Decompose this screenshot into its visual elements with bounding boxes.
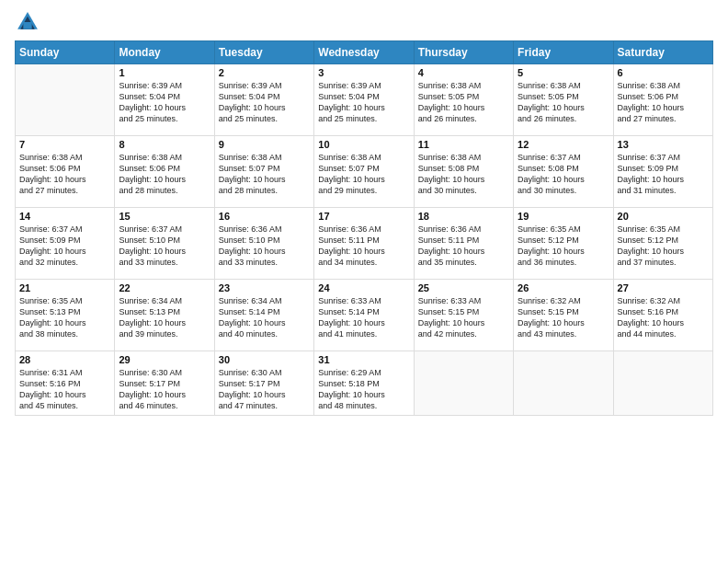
calendar-cell: 31Sunrise: 6:29 AM Sunset: 5:18 PM Dayli… (314, 351, 414, 416)
cell-info: Sunrise: 6:30 AM Sunset: 5:17 PM Dayligh… (219, 367, 310, 412)
calendar-cell (16, 64, 115, 136)
calendar-cell: 23Sunrise: 6:34 AM Sunset: 5:14 PM Dayli… (214, 280, 313, 351)
cell-info: Sunrise: 6:36 AM Sunset: 5:11 PM Dayligh… (418, 224, 509, 269)
day-number: 31 (318, 354, 409, 365)
calendar-cell: 24Sunrise: 6:33 AM Sunset: 5:14 PM Dayli… (314, 280, 414, 351)
day-number: 22 (119, 282, 210, 293)
day-number: 20 (618, 211, 709, 222)
calendar-row-5: 28Sunrise: 6:31 AM Sunset: 5:16 PM Dayli… (16, 351, 713, 416)
weekday-header-friday: Friday (514, 41, 613, 64)
weekday-header-sunday: Sunday (16, 41, 115, 64)
calendar-cell: 7Sunrise: 6:38 AM Sunset: 5:06 PM Daylig… (16, 136, 115, 208)
calendar-row-3: 14Sunrise: 6:37 AM Sunset: 5:09 PM Dayli… (16, 208, 713, 280)
weekday-header-saturday: Saturday (613, 41, 712, 64)
calendar-cell: 17Sunrise: 6:36 AM Sunset: 5:11 PM Dayli… (314, 208, 414, 280)
cell-info: Sunrise: 6:39 AM Sunset: 5:04 PM Dayligh… (219, 80, 310, 125)
day-number: 27 (618, 282, 709, 293)
day-number: 26 (518, 282, 609, 293)
cell-info: Sunrise: 6:37 AM Sunset: 5:10 PM Dayligh… (119, 224, 210, 269)
calendar-row-1: 1Sunrise: 6:39 AM Sunset: 5:04 PM Daylig… (16, 64, 713, 136)
cell-info: Sunrise: 6:34 AM Sunset: 5:14 PM Dayligh… (219, 295, 310, 340)
cell-info: Sunrise: 6:38 AM Sunset: 5:05 PM Dayligh… (518, 80, 609, 125)
cell-info: Sunrise: 6:31 AM Sunset: 5:16 PM Dayligh… (19, 367, 110, 412)
calendar-cell: 5Sunrise: 6:38 AM Sunset: 5:05 PM Daylig… (514, 64, 613, 136)
cell-info: Sunrise: 6:38 AM Sunset: 5:06 PM Dayligh… (19, 152, 110, 197)
calendar-cell (414, 351, 513, 416)
cell-info: Sunrise: 6:37 AM Sunset: 5:09 PM Dayligh… (618, 152, 709, 197)
cell-info: Sunrise: 6:33 AM Sunset: 5:14 PM Dayligh… (318, 295, 409, 340)
day-number: 5 (518, 67, 609, 78)
cell-info: Sunrise: 6:33 AM Sunset: 5:15 PM Dayligh… (418, 295, 509, 340)
cell-info: Sunrise: 6:38 AM Sunset: 5:08 PM Dayligh… (418, 152, 509, 197)
logo-icon (15, 9, 40, 35)
calendar-cell: 4Sunrise: 6:38 AM Sunset: 5:05 PM Daylig… (414, 64, 513, 136)
header (15, 9, 713, 35)
cell-info: Sunrise: 6:30 AM Sunset: 5:17 PM Dayligh… (119, 367, 210, 412)
cell-info: Sunrise: 6:35 AM Sunset: 5:12 PM Dayligh… (518, 224, 609, 269)
weekday-header-monday: Monday (115, 41, 214, 64)
calendar-cell: 30Sunrise: 6:30 AM Sunset: 5:17 PM Dayli… (214, 351, 313, 416)
day-number: 6 (618, 67, 709, 78)
day-number: 23 (219, 282, 310, 293)
calendar-cell: 18Sunrise: 6:36 AM Sunset: 5:11 PM Dayli… (414, 208, 513, 280)
day-number: 16 (219, 211, 310, 222)
weekday-header-wednesday: Wednesday (314, 41, 414, 64)
calendar-cell: 6Sunrise: 6:38 AM Sunset: 5:06 PM Daylig… (613, 64, 712, 136)
calendar-cell: 3Sunrise: 6:39 AM Sunset: 5:04 PM Daylig… (314, 64, 414, 136)
calendar-cell: 1Sunrise: 6:39 AM Sunset: 5:04 PM Daylig… (115, 64, 214, 136)
day-number: 4 (418, 67, 509, 78)
cell-info: Sunrise: 6:36 AM Sunset: 5:10 PM Dayligh… (219, 224, 310, 269)
calendar-cell: 26Sunrise: 6:32 AM Sunset: 5:15 PM Dayli… (514, 280, 613, 351)
cell-info: Sunrise: 6:38 AM Sunset: 5:07 PM Dayligh… (219, 152, 310, 197)
day-number: 30 (219, 354, 310, 365)
calendar-cell: 20Sunrise: 6:35 AM Sunset: 5:12 PM Dayli… (613, 208, 712, 280)
day-number: 3 (318, 67, 409, 78)
calendar-cell: 12Sunrise: 6:37 AM Sunset: 5:08 PM Dayli… (514, 136, 613, 208)
calendar-cell: 10Sunrise: 6:38 AM Sunset: 5:07 PM Dayli… (314, 136, 414, 208)
calendar-cell (514, 351, 613, 416)
day-number: 19 (518, 211, 609, 222)
day-number: 17 (318, 211, 409, 222)
calendar-cell: 16Sunrise: 6:36 AM Sunset: 5:10 PM Dayli… (214, 208, 313, 280)
calendar-cell: 21Sunrise: 6:35 AM Sunset: 5:13 PM Dayli… (16, 280, 115, 351)
cell-info: Sunrise: 6:38 AM Sunset: 5:06 PM Dayligh… (119, 152, 210, 197)
cell-info: Sunrise: 6:35 AM Sunset: 5:12 PM Dayligh… (618, 224, 709, 269)
cell-info: Sunrise: 6:32 AM Sunset: 5:16 PM Dayligh… (618, 295, 709, 340)
calendar-cell: 15Sunrise: 6:37 AM Sunset: 5:10 PM Dayli… (115, 208, 214, 280)
day-number: 18 (418, 211, 509, 222)
day-number: 12 (518, 139, 609, 150)
page: SundayMondayTuesdayWednesdayThursdayFrid… (0, 0, 728, 563)
cell-info: Sunrise: 6:38 AM Sunset: 5:05 PM Dayligh… (418, 80, 509, 125)
cell-info: Sunrise: 6:38 AM Sunset: 5:07 PM Dayligh… (318, 152, 409, 197)
calendar-cell (613, 351, 712, 416)
day-number: 7 (19, 139, 110, 150)
day-number: 10 (318, 139, 409, 150)
cell-info: Sunrise: 6:39 AM Sunset: 5:04 PM Dayligh… (119, 80, 210, 125)
day-number: 13 (618, 139, 709, 150)
day-number: 28 (19, 354, 110, 365)
day-number: 29 (119, 354, 210, 365)
calendar-cell: 22Sunrise: 6:34 AM Sunset: 5:13 PM Dayli… (115, 280, 214, 351)
day-number: 15 (119, 211, 210, 222)
cell-info: Sunrise: 6:32 AM Sunset: 5:15 PM Dayligh… (518, 295, 609, 340)
calendar-table: SundayMondayTuesdayWednesdayThursdayFrid… (15, 40, 713, 416)
calendar-cell: 11Sunrise: 6:38 AM Sunset: 5:08 PM Dayli… (414, 136, 513, 208)
cell-info: Sunrise: 6:37 AM Sunset: 5:09 PM Dayligh… (19, 224, 110, 269)
weekday-header-thursday: Thursday (414, 41, 513, 64)
calendar-cell: 14Sunrise: 6:37 AM Sunset: 5:09 PM Dayli… (16, 208, 115, 280)
calendar-cell: 27Sunrise: 6:32 AM Sunset: 5:16 PM Dayli… (613, 280, 712, 351)
calendar-cell: 13Sunrise: 6:37 AM Sunset: 5:09 PM Dayli… (613, 136, 712, 208)
cell-info: Sunrise: 6:38 AM Sunset: 5:06 PM Dayligh… (618, 80, 709, 125)
calendar-cell: 25Sunrise: 6:33 AM Sunset: 5:15 PM Dayli… (414, 280, 513, 351)
cell-info: Sunrise: 6:39 AM Sunset: 5:04 PM Dayligh… (318, 80, 409, 125)
cell-info: Sunrise: 6:35 AM Sunset: 5:13 PM Dayligh… (19, 295, 110, 340)
calendar-cell: 19Sunrise: 6:35 AM Sunset: 5:12 PM Dayli… (514, 208, 613, 280)
cell-info: Sunrise: 6:36 AM Sunset: 5:11 PM Dayligh… (318, 224, 409, 269)
svg-rect-2 (23, 22, 31, 29)
cell-info: Sunrise: 6:34 AM Sunset: 5:13 PM Dayligh… (119, 295, 210, 340)
day-number: 9 (219, 139, 310, 150)
calendar-cell: 2Sunrise: 6:39 AM Sunset: 5:04 PM Daylig… (214, 64, 313, 136)
day-number: 21 (19, 282, 110, 293)
day-number: 11 (418, 139, 509, 150)
calendar-cell: 29Sunrise: 6:30 AM Sunset: 5:17 PM Dayli… (115, 351, 214, 416)
